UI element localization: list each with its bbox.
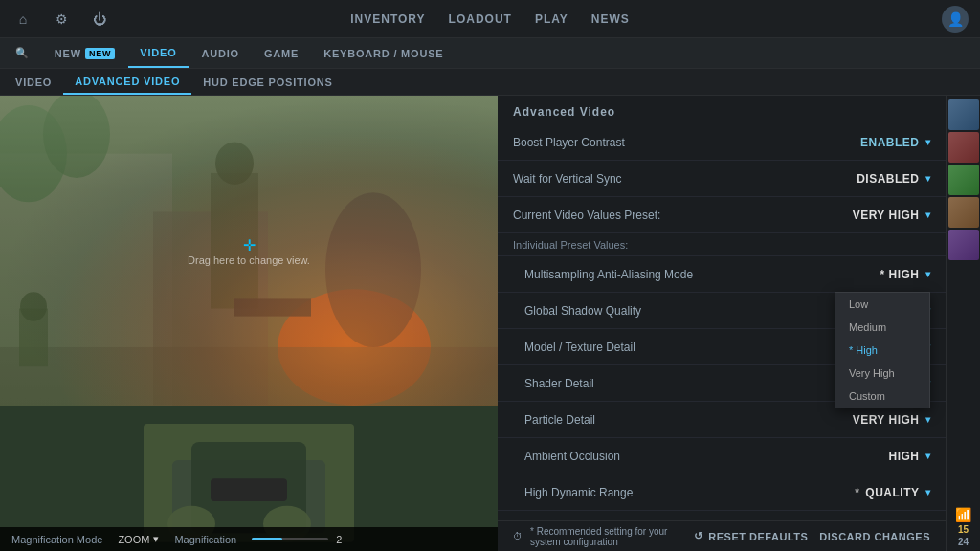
setting-msaa: Multisampling Anti-Aliasing Mode * HIGH …: [498, 256, 946, 293]
subtab-advanced-video[interactable]: ADVANCED VIDEO: [63, 69, 191, 95]
top-nav-menu: INVENTORY LOADOUT PLAY NEWS: [350, 12, 630, 26]
sidebar-bottom: 📶 15 24: [955, 507, 971, 551]
setting-fsr: FidelityFX Super Resolution * DISABLED […: [498, 511, 946, 520]
setting-name-hdr: High Dynamic Range: [513, 486, 633, 499]
nav-play[interactable]: PLAY: [535, 12, 568, 26]
preview-top-view[interactable]: ✛ Drag here to change view.: [0, 96, 498, 406]
setting-name-boost: Boost Player Contrast: [513, 136, 625, 149]
tab-keyboard[interactable]: KEYBOARD / MOUSE: [312, 38, 455, 68]
dropdown-option-custom[interactable]: Custom: [835, 385, 929, 408]
dropdown-option-very-high[interactable]: Very High: [835, 362, 929, 385]
sidebar-counter-1: 15: [958, 524, 969, 535]
bottom-bar-note: ⏱ * Recommended setting for your system …: [513, 526, 682, 547]
wifi-icon[interactable]: 📶: [955, 507, 971, 522]
svg-rect-10: [234, 298, 311, 316]
bottom-bar: ⏱ * Recommended setting for your system …: [498, 520, 946, 551]
tab-audio-label: AUDIO: [202, 48, 239, 59]
setting-value-vsync[interactable]: DISABLED ▾: [815, 172, 930, 186]
top-nav: ⌂ ⚙ ⏻ INVENTORY LOADOUT PLAY NEWS 👤: [0, 0, 980, 38]
setting-value-particle[interactable]: VERY HIGH ▾: [815, 413, 930, 427]
sidebar-avatar-3[interactable]: [948, 165, 979, 195]
nav-icons-left: ⌂ ⚙ ⏻: [11, 8, 111, 31]
profile-icon[interactable]: 👤: [942, 6, 969, 33]
tab-game-label: GAME: [264, 48, 299, 59]
svg-rect-8: [211, 173, 258, 309]
boost-value-text: ENABLED: [860, 136, 920, 149]
home-icon[interactable]: ⌂: [11, 8, 34, 31]
msaa-value-text: * HIGH: [880, 268, 919, 281]
tab-audio[interactable]: AUDIO: [190, 38, 251, 68]
setting-value-hdr[interactable]: * QUALITY ▾: [815, 486, 930, 499]
preview-scene: [0, 96, 498, 406]
svg-point-12: [20, 292, 47, 320]
right-sidebar: 📶 15 24: [946, 96, 980, 551]
sidebar-counter-2: 24: [958, 537, 969, 547]
setting-name-preset: Current Video Values Preset:: [513, 209, 660, 222]
sidebar-avatar-5[interactable]: [948, 230, 979, 260]
vsync-chevron: ▾: [925, 173, 931, 184]
magnification-slider-container: 2: [252, 534, 342, 545]
setting-value-boost[interactable]: ENABLED ▾: [815, 136, 930, 149]
svg-rect-17: [211, 478, 287, 501]
preset-value-text: VERY HIGH: [853, 209, 920, 222]
boost-chevron: ▾: [925, 137, 931, 147]
magnification-label: Magnification: [174, 534, 236, 545]
individual-preset-label: Individual Preset Values:: [513, 239, 628, 251]
nav-inventory[interactable]: INVENTORY: [350, 12, 425, 26]
note-text: * Recommended setting for your system co…: [530, 526, 682, 547]
setting-value-msaa[interactable]: * HIGH ▾: [815, 268, 930, 281]
setting-name-msaa: Multisampling Anti-Aliasing Mode: [513, 268, 693, 281]
section-title: Advanced Video: [498, 96, 946, 124]
search-icon: 🔍: [15, 47, 30, 59]
bottom-controls: Magnification Mode ZOOM ▾ Magnification …: [0, 527, 498, 551]
magnification-mode-label: Magnification Mode: [11, 534, 102, 545]
setting-value-preset[interactable]: VERY HIGH ▾: [815, 209, 930, 222]
tab-video[interactable]: VIDEO: [128, 38, 188, 68]
subtab-advanced-label: ADVANCED VIDEO: [75, 76, 180, 87]
setting-individual-label: Individual Preset Values:: [498, 233, 946, 256]
setting-value-ao[interactable]: HIGH ▾: [815, 450, 930, 463]
hdr-chevron: ▾: [925, 487, 931, 497]
tab-video-label: VIDEO: [140, 47, 176, 58]
svg-point-4: [325, 192, 421, 347]
setting-name-particle: Particle Detail: [513, 413, 595, 427]
subtab-video[interactable]: VIDEO: [4, 69, 63, 95]
setting-name-texture: Model / Texture Detail: [513, 341, 635, 354]
vsync-value-text: DISABLED: [857, 172, 919, 186]
sidebar-avatar-4[interactable]: [948, 197, 979, 228]
tab-new-label: NEW: [55, 48, 81, 59]
magnification-mode-dropdown[interactable]: ZOOM ▾: [118, 533, 159, 545]
sidebar-avatar-2[interactable]: [948, 132, 979, 163]
setting-vsync: Wait for Vertical Sync DISABLED ▾: [498, 161, 946, 197]
discard-label: DISCARD CHANGES: [819, 531, 930, 542]
subtab-hud[interactable]: HUD EDGE POSITIONS: [191, 69, 344, 95]
magnification-value: 2: [336, 534, 342, 545]
tab-search[interactable]: 🔍: [4, 38, 41, 68]
dropdown-option-medium[interactable]: Medium: [835, 316, 929, 339]
svg-rect-5: [0, 347, 498, 406]
tab-keyboard-label: KEYBOARD / MOUSE: [323, 48, 443, 59]
sidebar-avatar-1[interactable]: [948, 99, 979, 130]
power-icon[interactable]: ⏻: [88, 8, 111, 31]
nav-news[interactable]: NEWS: [591, 12, 630, 26]
setting-name-shader: Shader Detail: [513, 377, 594, 390]
particle-chevron: ▾: [925, 414, 931, 425]
discard-changes-button[interactable]: DISCARD CHANGES: [819, 531, 930, 542]
settings-icon[interactable]: ⚙: [50, 8, 73, 31]
reset-defaults-button[interactable]: ↺ RESET DEFAULTS: [694, 530, 808, 542]
settings-list: Boost Player Contrast ENABLED ▾ Wait for…: [498, 124, 946, 520]
slider-fill: [252, 538, 282, 540]
subtab-video-label: VIDEO: [15, 77, 52, 88]
tab-game[interactable]: GAME: [253, 38, 310, 68]
magnification-mode-value: ZOOM: [118, 534, 149, 545]
dropdown-option-high[interactable]: * High: [835, 339, 929, 362]
setting-name-ao: Ambient Occlusion: [513, 450, 620, 463]
magnification-slider[interactable]: [252, 538, 328, 540]
reset-icon: ↺: [694, 530, 703, 542]
tab-new[interactable]: NEW NEW: [43, 38, 126, 68]
game-preview: ✛ Drag here to change view. Magnificatio…: [0, 96, 498, 551]
nav-loadout[interactable]: LOADOUT: [449, 12, 512, 26]
dropdown-option-low[interactable]: Low: [835, 293, 929, 316]
setting-name-vsync: Wait for Vertical Sync: [513, 172, 622, 186]
ao-value-text: HIGH: [889, 450, 920, 463]
